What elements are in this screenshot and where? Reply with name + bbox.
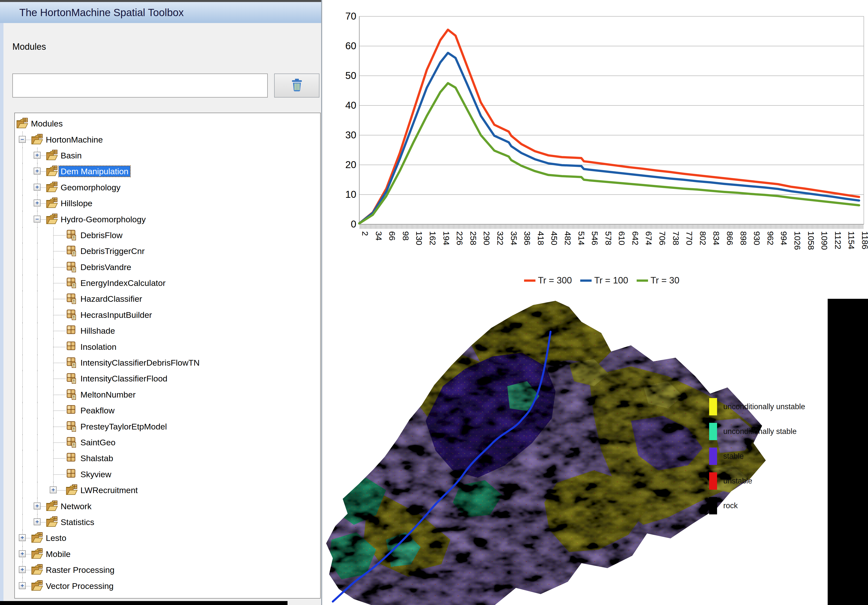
- tree-item-label[interactable]: Hillshade: [78, 325, 117, 337]
- tree-item-hydro-geomorphology[interactable]: − Hydro-Geomorphology: [15, 211, 320, 227]
- tree-item-energyindexcalculator[interactable]: ! EnergyIndexCalculator: [15, 275, 320, 291]
- tree-item-label[interactable]: Vector Processing: [44, 580, 116, 591]
- tree-item-label[interactable]: Peakflow: [78, 405, 116, 416]
- tree-item-network[interactable]: + Network: [15, 498, 320, 514]
- tree-item-label[interactable]: LWRecruitment: [78, 485, 140, 496]
- tree-item-label[interactable]: DebrisTriggerCnr: [78, 245, 146, 257]
- x-tick-label: 546: [590, 231, 600, 245]
- tree-guide-line: [37, 291, 37, 307]
- folder-icon: [31, 548, 43, 560]
- chart-legend: Tr = 300Tr = 100Tr = 30: [524, 275, 679, 285]
- collapse-toggle[interactable]: −: [19, 136, 26, 143]
- map-legend: unconditionally unstableunconditionally …: [709, 398, 805, 522]
- tree-item-hecrasinputbuilder[interactable]: ! HecrasInputBuilder: [15, 307, 320, 323]
- screenshot-root: The HortonMachine Spatial Toolbox Module…: [0, 0, 868, 605]
- tree-item-lesto[interactable]: + Lesto: [15, 530, 320, 546]
- tree-item-label[interactable]: Skyview: [78, 468, 113, 480]
- tree-item-modules[interactable]: Modules: [15, 116, 320, 132]
- tree-item-label[interactable]: Statistics: [59, 517, 96, 527]
- expand-toggle[interactable]: +: [19, 582, 26, 589]
- tree-item-hortonmachine[interactable]: − HortonMachine: [15, 132, 320, 147]
- tree-item-debrisvandre[interactable]: ! DebrisVandre: [15, 259, 320, 275]
- tree-item-label[interactable]: Modules: [29, 118, 65, 129]
- tree-item-vector-processing[interactable]: + Vector Processing: [15, 578, 320, 594]
- tree-guide-line: [53, 427, 65, 427]
- tree-item-insolation[interactable]: Insolation: [15, 339, 320, 354]
- tree-item-intensityclassifierdebrisflowtn[interactable]: ! IntensityClassifierDebrisFlowTN: [15, 355, 320, 371]
- expand-toggle[interactable]: +: [19, 534, 26, 541]
- tree-item-peakflow[interactable]: Peakflow: [15, 402, 320, 418]
- tree-item-label[interactable]: IntensityClassifierDebrisFlowTN: [78, 357, 202, 368]
- tree-item-label[interactable]: MeltonNumber: [78, 389, 138, 400]
- tree-item-statistics[interactable]: + Statistics: [15, 514, 320, 530]
- tree-item-label[interactable]: Lesto: [44, 532, 68, 544]
- tree-item-debristriggercnr[interactable]: ! DebrisTriggerCnr: [15, 243, 320, 259]
- tree-item-saintgeo[interactable]: ! SaintGeo: [15, 434, 320, 450]
- tree-item-label[interactable]: Hillslope: [59, 198, 95, 209]
- expand-toggle[interactable]: +: [19, 550, 26, 557]
- tree-item-label[interactable]: EnergyIndexCalculator: [78, 278, 167, 289]
- tree-item-meltonnumber[interactable]: ! MeltonNumber: [15, 387, 320, 402]
- modules-search-input[interactable]: [12, 73, 268, 98]
- tree-item-shalstab[interactable]: Shalstab: [15, 450, 320, 466]
- expand-toggle[interactable]: +: [50, 486, 57, 493]
- x-tick-label: 98: [401, 231, 411, 240]
- tree-item-label[interactable]: Mobile: [44, 548, 73, 560]
- tree-item-dem-manipulation[interactable]: + Dem Manipulation: [15, 163, 320, 179]
- tree-item-label[interactable]: DebrisVandre: [78, 261, 133, 273]
- y-tick-label: 50: [346, 70, 356, 81]
- tree-guide-line: [22, 307, 23, 323]
- tree-item-label[interactable]: PresteyTaylorEtpModel: [78, 421, 169, 432]
- tree-guide-line: [22, 195, 23, 211]
- tree-guide-line: [53, 458, 65, 459]
- expand-toggle[interactable]: +: [34, 518, 40, 525]
- expand-toggle[interactable]: +: [34, 503, 40, 509]
- tree-item-label[interactable]: HazardClassifier: [78, 293, 144, 304]
- expand-toggle[interactable]: +: [34, 184, 40, 191]
- tree-item-label[interactable]: Raster Processing: [44, 565, 116, 576]
- expand-toggle[interactable]: +: [34, 152, 40, 159]
- window-title: The HortonMachine Spatial Toolbox: [19, 7, 184, 19]
- tree-item-label[interactable]: Insolation: [78, 341, 119, 352]
- tree-item-intensityclassifierflood[interactable]: ! IntensityClassifierFlood: [15, 371, 320, 386]
- tree-item-label[interactable]: Dem Manipulation: [59, 166, 130, 177]
- tree-item-label[interactable]: Geomorphology: [59, 182, 122, 193]
- tree-item-hazardclassifier[interactable]: ! HazardClassifier: [15, 291, 320, 307]
- y-tick-label: 60: [346, 40, 356, 51]
- expand-toggle[interactable]: +: [19, 566, 26, 573]
- tree-item-debrisflow[interactable]: ! DebrisFlow: [15, 227, 320, 243]
- tree-item-label[interactable]: SaintGeo: [78, 437, 118, 448]
- tree-guide-line: [37, 355, 37, 371]
- tree-guide-line: [22, 355, 23, 371]
- tree-item-lwrecruitment[interactable]: + LWRecruitment: [15, 482, 320, 498]
- clear-search-button[interactable]: [274, 73, 319, 98]
- collapse-toggle[interactable]: −: [34, 216, 40, 223]
- folder-icon: [16, 118, 28, 129]
- tree-item-label[interactable]: Network: [59, 501, 93, 512]
- x-axis-ticks: [359, 225, 864, 229]
- tree-guide-line: [53, 442, 65, 443]
- tree-item-geomorphology[interactable]: + Geomorphology: [15, 180, 320, 195]
- svg-text:!: !: [73, 315, 75, 320]
- expand-toggle[interactable]: +: [34, 200, 40, 206]
- tree-guide-line: [37, 450, 37, 466]
- tree-item-hillslope[interactable]: + Hillslope: [15, 195, 320, 211]
- tree-item-label[interactable]: DebrisFlow: [78, 230, 124, 240]
- tree-item-label[interactable]: Basin: [59, 150, 84, 161]
- tree-item-mobile[interactable]: + Mobile: [15, 546, 320, 562]
- tree-item-label[interactable]: IntensityClassifierFlood: [78, 373, 169, 384]
- tree-item-hillshade[interactable]: Hillshade: [15, 323, 320, 339]
- tree-item-basin[interactable]: + Basin: [15, 147, 320, 163]
- tree-guide-line: [22, 514, 23, 530]
- map-legend-item: stable: [709, 448, 805, 465]
- tree-item-label[interactable]: Hydro-Geomorphology: [59, 214, 148, 225]
- tree-item-presteytayloretpmodel[interactable]: ! PresteyTaylorEtpModel: [15, 418, 320, 434]
- module-alert-icon: !: [65, 357, 78, 369]
- expand-toggle[interactable]: +: [34, 168, 40, 175]
- tree-item-skyview[interactable]: Skyview: [15, 466, 320, 482]
- tree-item-label[interactable]: HecrasInputBuilder: [78, 309, 154, 320]
- tree-item-label[interactable]: HortonMachine: [44, 134, 105, 145]
- tree-item-label[interactable]: Shalstab: [78, 453, 115, 464]
- tree-item-raster-processing[interactable]: + Raster Processing: [15, 562, 320, 578]
- tree-guide-line: [22, 339, 23, 354]
